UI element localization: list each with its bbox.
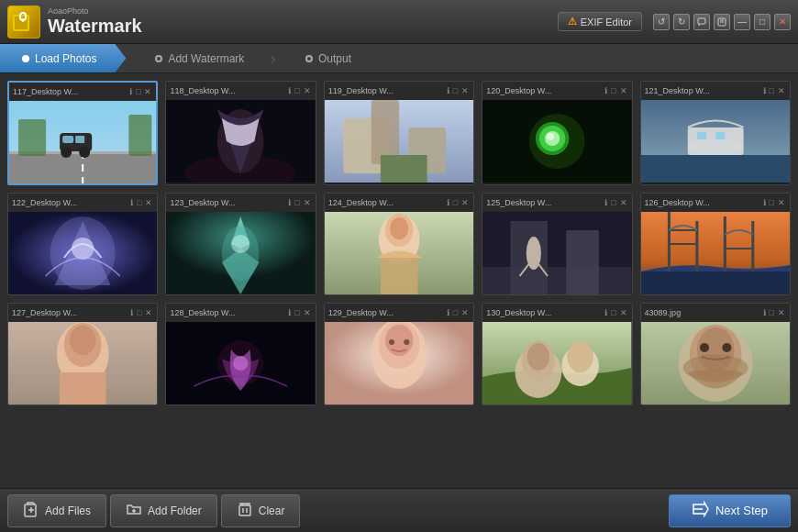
minimize-icon-43089[interactable]: □ [769, 308, 775, 317]
minimize-icon-126[interactable]: □ [769, 198, 775, 207]
photo-card-header-126: 126_Desktop W... ℹ □ ✕ [641, 194, 790, 212]
photo-icons-117: ℹ □ ✕ [128, 87, 152, 96]
exif-editor-button[interactable]: ⚠ EXIF Editor [558, 12, 642, 31]
close-icon-128[interactable]: ✕ [303, 308, 312, 317]
svg-rect-3 [22, 18, 24, 22]
add-files-button[interactable]: Add Files [7, 494, 106, 527]
info-icon-126[interactable]: ℹ [762, 198, 767, 207]
step-dot-1 [22, 55, 29, 62]
photo-card-126[interactable]: 126_Desktop W... ℹ □ ✕ [640, 193, 791, 295]
step-output[interactable]: Output [280, 44, 373, 72]
app-title-block: AoaoPhoto Watermark [48, 7, 142, 36]
maximize-button[interactable]: □ [754, 14, 770, 30]
photo-grid-container[interactable]: 117_Desktop W... ℹ □ ✕ [0, 73, 798, 488]
photo-icons-126: ℹ □ ✕ [762, 198, 786, 207]
info-icon-130[interactable]: ℹ [604, 308, 608, 317]
info-icon-125[interactable]: ℹ [604, 198, 608, 207]
close-icon-118[interactable]: ✕ [303, 86, 312, 95]
svg-rect-19 [128, 115, 151, 156]
thumb-123 [166, 212, 315, 294]
info-icon-117[interactable]: ℹ [128, 87, 133, 96]
info-icon-127[interactable]: ℹ [129, 308, 134, 317]
thumb-124 [325, 212, 473, 294]
next-step-button[interactable]: Next Step [669, 494, 791, 527]
photo-card-header-43089: 43089.jpg ℹ □ ✕ [641, 304, 790, 322]
photo-card-129[interactable]: 129_Desktop W... ℹ □ ✕ [324, 303, 474, 405]
info-icon-120[interactable]: ℹ [604, 86, 608, 95]
photo-card-121[interactable]: 121_Desktop W... ℹ □ ✕ [640, 81, 791, 185]
step-add-watermark[interactable]: Add Watermark [126, 44, 266, 72]
minimize-icon-124[interactable]: □ [452, 198, 459, 207]
info-icon-118[interactable]: ℹ [287, 86, 292, 95]
svg-rect-39 [715, 132, 725, 139]
step-load-photos[interactable]: Load Photos [0, 44, 126, 72]
photo-card-128[interactable]: 128_Desktop W... ℹ □ ✕ [165, 303, 316, 405]
next-step-label: Next Step [715, 504, 768, 517]
info-icon-128[interactable]: ℹ [287, 308, 292, 317]
clear-label: Clear [259, 504, 285, 517]
photo-card-118[interactable]: 118_Desktop W... ℹ □ ✕ [165, 81, 316, 185]
close-button[interactable]: ✕ [774, 14, 791, 30]
photo-card-43089[interactable]: 43089.jpg ℹ □ ✕ [640, 303, 791, 405]
photo-card-127[interactable]: 127_Desktop W... ℹ □ ✕ [7, 303, 158, 405]
close-icon-126[interactable]: ✕ [777, 198, 786, 207]
svg-rect-18 [18, 119, 46, 156]
info-icon-123[interactable]: ℹ [287, 198, 292, 207]
close-icon-129[interactable]: ✕ [460, 308, 470, 317]
settings-button[interactable] [714, 14, 730, 30]
minimize-icon-125[interactable]: □ [610, 198, 616, 207]
undo-button[interactable]: ↺ [653, 14, 670, 30]
photo-icons-120: ℹ □ ✕ [604, 86, 627, 95]
minimize-icon-118[interactable]: □ [294, 86, 300, 95]
photo-card-122[interactable]: 122_Desktop W... ℹ □ ✕ [7, 193, 158, 295]
minimize-icon-128[interactable]: □ [294, 308, 300, 317]
photo-card-130[interactable]: 130_Desktop W... ℹ □ ✕ [482, 303, 632, 405]
close-icon-121[interactable]: ✕ [777, 86, 786, 95]
minimize-icon-117[interactable]: □ [135, 87, 141, 96]
info-icon-119[interactable]: ℹ [446, 86, 450, 95]
close-icon-119[interactable]: ✕ [460, 86, 470, 95]
photo-card-header-118: 118_Desktop W... ℹ □ ✕ [166, 82, 315, 100]
svg-point-42 [72, 238, 94, 260]
svg-point-45 [231, 235, 249, 253]
thumb-117 [9, 101, 156, 183]
info-icon-121[interactable]: ℹ [762, 86, 767, 95]
info-icon-43089[interactable]: ℹ [762, 308, 767, 317]
comment-button[interactable] [693, 14, 710, 30]
minimize-icon-123[interactable]: □ [294, 198, 300, 207]
step-label-2: Add Watermark [168, 52, 244, 65]
redo-button[interactable]: ↻ [673, 14, 690, 30]
minimize-icon-129[interactable]: □ [452, 308, 459, 317]
minimize-icon-121[interactable]: □ [769, 86, 775, 95]
photo-card-125[interactable]: 125_Desktop W... ℹ □ ✕ [482, 193, 632, 295]
close-icon-120[interactable]: ✕ [619, 86, 628, 95]
photo-card-124[interactable]: 124_Desktop W... ℹ □ ✕ [324, 193, 474, 295]
close-icon-123[interactable]: ✕ [303, 198, 312, 207]
close-icon-117[interactable]: ✕ [143, 87, 152, 96]
minimize-icon-119[interactable]: □ [452, 86, 459, 95]
info-icon-124[interactable]: ℹ [446, 198, 450, 207]
info-icon-129[interactable]: ℹ [446, 308, 450, 317]
photo-card-123[interactable]: 123_Desktop W... ℹ □ ✕ [165, 193, 316, 295]
thumb-127 [8, 322, 157, 405]
photo-card-120[interactable]: 120_Desktop W... ℹ □ ✕ [482, 81, 632, 185]
photo-title-43089: 43089.jpg [645, 308, 762, 317]
minimize-icon-127[interactable]: □ [136, 308, 142, 317]
close-icon-43089[interactable]: ✕ [777, 308, 786, 317]
close-icon-124[interactable]: ✕ [460, 198, 470, 207]
photo-card-117[interactable]: 117_Desktop W... ℹ □ ✕ [7, 81, 158, 185]
clear-button[interactable]: Clear [221, 494, 301, 527]
minimize-icon-120[interactable]: □ [610, 86, 616, 95]
minimize-icon-130[interactable]: □ [610, 308, 616, 317]
close-icon-122[interactable]: ✕ [144, 198, 153, 207]
close-icon-125[interactable]: ✕ [619, 198, 628, 207]
close-icon-127[interactable]: ✕ [144, 308, 153, 317]
photo-card-header-130: 130_Desktop W... ℹ □ ✕ [482, 304, 631, 322]
photo-title-123: 123_Desktop W... [170, 198, 287, 207]
close-icon-130[interactable]: ✕ [619, 308, 628, 317]
photo-card-119[interactable]: 119_Desktop W... ℹ □ ✕ [324, 81, 474, 185]
minimize-icon-122[interactable]: □ [136, 198, 142, 207]
info-icon-122[interactable]: ℹ [129, 198, 134, 207]
add-folder-button[interactable]: Add Folder [110, 494, 217, 527]
minimize-button[interactable]: — [734, 14, 750, 30]
